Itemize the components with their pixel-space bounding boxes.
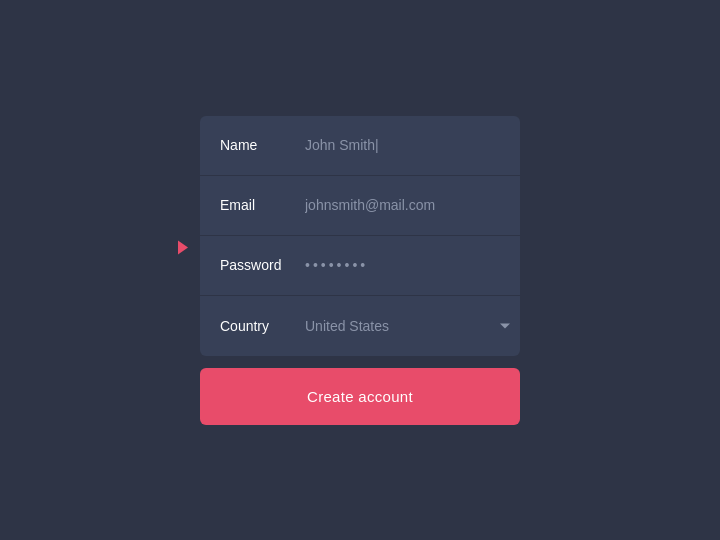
password-row: Password bbox=[200, 236, 520, 296]
country-select-wrapper: United States United Kingdom Canada Aust… bbox=[305, 300, 520, 352]
form-card: Name Email Password Country United State… bbox=[200, 116, 520, 356]
name-label: Name bbox=[200, 137, 305, 153]
name-row: Name bbox=[200, 116, 520, 176]
name-input[interactable] bbox=[305, 119, 520, 171]
country-row: Country United States United Kingdom Can… bbox=[200, 296, 520, 356]
email-row: Email bbox=[200, 176, 520, 236]
country-label: Country bbox=[200, 318, 305, 334]
country-select[interactable]: United States United Kingdom Canada Aust… bbox=[305, 300, 520, 352]
email-label: Email bbox=[200, 197, 305, 213]
password-input[interactable] bbox=[305, 239, 520, 291]
form-container: Name Email Password Country United State… bbox=[200, 116, 520, 425]
create-account-button[interactable]: Create account bbox=[200, 368, 520, 425]
password-label: Password bbox=[200, 257, 305, 273]
active-indicator-arrow bbox=[178, 241, 188, 255]
email-input[interactable] bbox=[305, 179, 520, 231]
